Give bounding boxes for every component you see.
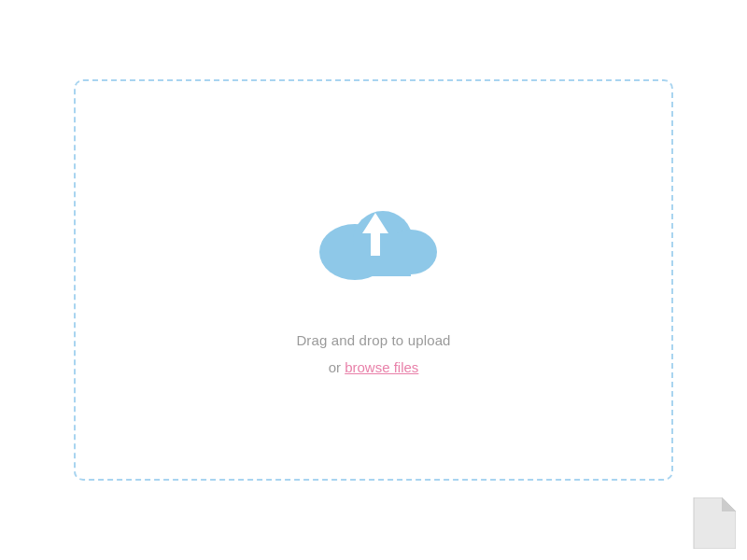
drag-drop-text: Drag and drop to upload [296,332,450,348]
or-text: or [329,359,341,375]
browse-line: or browse files [329,359,419,375]
cloud-upload-icon [289,185,458,306]
file-icon [689,497,736,549]
browse-files-button[interactable]: browse files [345,359,418,375]
file-dropzone[interactable]: Drag and drop to upload or browse files [74,79,673,481]
